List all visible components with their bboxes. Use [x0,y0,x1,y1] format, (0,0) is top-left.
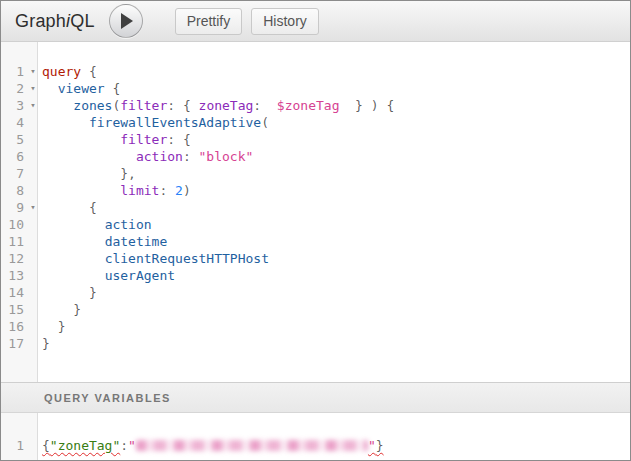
code-line[interactable]: 8 limit: 2) [1,182,630,199]
redacted-value[interactable] [136,440,368,451]
code-text[interactable]: } [39,335,50,352]
code-text[interactable]: clientRequestHTTPHost [39,250,269,267]
token-attr[interactable]: action [136,149,183,164]
code-line[interactable]: 3▾ zones(filter: { zoneTag: $zoneTag } )… [1,97,630,114]
token-p[interactable] [42,251,105,266]
token-p[interactable] [42,217,105,232]
code-text[interactable]: datetime [39,233,167,250]
token-num[interactable]: 2 [175,183,183,198]
line-number: 10 [1,216,27,233]
code-line[interactable]: 5 filter: { [1,131,630,148]
code-text[interactable]: }, [39,165,136,182]
code-text[interactable]: { [39,199,97,216]
code-line[interactable]: 13 userAgent [1,267,630,284]
token-p[interactable]: } [376,438,384,453]
token-prop[interactable]: action [105,217,152,232]
fold-arrow-icon[interactable]: ▾ [27,97,39,114]
execute-query-button[interactable] [109,4,143,38]
token-str[interactable]: "block" [199,149,254,164]
token-var[interactable]: $zoneTag [277,98,340,113]
code-line[interactable]: 10 action [1,216,630,233]
fold-arrow-icon[interactable]: ▾ [27,80,39,97]
token-p[interactable]: } [42,302,81,317]
code-text[interactable]: } [39,301,81,318]
token-p[interactable] [42,98,73,113]
code-text[interactable]: query { [39,63,97,80]
token-p[interactable] [42,234,105,249]
toolbar: GraphiQL Prettify History [1,1,630,42]
token-p[interactable]: { [42,200,97,215]
token-p[interactable]: ) [183,183,191,198]
code-line[interactable]: 15 } [1,301,630,318]
token-p[interactable]: } ) { [339,98,394,113]
token-p[interactable]: } [42,285,97,300]
code-text[interactable]: zones(filter: { zoneTag: $zoneTag } ) { [39,97,394,114]
code-line[interactable]: 6 action: "block" [1,148,630,165]
token-p[interactable] [42,132,120,147]
token-key[interactable]: "zoneTag" [50,438,120,453]
token-prop[interactable]: firewallEventsAdaptive [89,115,261,130]
token-p[interactable]: { [42,438,50,453]
query-editor[interactable]: 1▾query {2▾ viewer {3▾ zones(filter: { z… [1,42,630,382]
code-text[interactable]: userAgent [39,267,175,284]
line-number: 6 [1,148,27,165]
prettify-button[interactable]: Prettify [175,8,243,35]
code-line[interactable]: 11 datetime [1,233,630,250]
token-prop[interactable]: viewer [58,81,105,96]
line-number: 8 [1,182,27,199]
token-p[interactable] [42,81,58,96]
token-p[interactable]: : [120,438,128,453]
code-line[interactable]: 9▾ { [1,199,630,216]
code-text[interactable]: firewallEventsAdaptive( [39,114,269,131]
token-attr[interactable]: zoneTag [199,98,254,113]
code-line[interactable]: 16 } [1,318,630,335]
code-line[interactable]: 14 } [1,284,630,301]
code-line[interactable]: 4 firewallEventsAdaptive( [1,114,630,131]
variables-editor[interactable]: 1{"zoneTag":""} [1,413,630,460]
code-line[interactable]: 7 }, [1,165,630,182]
token-str[interactable]: " [368,438,376,453]
code-text[interactable]: viewer { [39,80,120,97]
line-number: 13 [1,267,27,284]
token-p[interactable]: } [42,336,50,351]
code-line[interactable]: 1▾query { [1,63,630,80]
query-variables-title-bar[interactable]: QUERY VARIABLES [1,382,630,413]
token-prop[interactable]: userAgent [105,268,175,283]
token-p[interactable]: : [159,183,175,198]
token-p[interactable] [42,183,120,198]
code-line[interactable]: 1{"zoneTag":""} [1,437,630,454]
code-text[interactable]: limit: 2) [39,182,191,199]
fold-arrow-icon[interactable]: ▾ [27,199,39,216]
code-text[interactable]: filter: { [39,131,191,148]
token-p[interactable]: }, [42,166,136,181]
code-line[interactable]: 12 clientRequestHTTPHost [1,250,630,267]
code-text[interactable]: } [39,284,97,301]
token-p[interactable]: : [253,98,276,113]
token-attr[interactable]: filter [120,98,167,113]
token-p[interactable]: ( [261,115,269,130]
token-attr[interactable]: limit [120,183,159,198]
token-p[interactable]: : { [167,132,190,147]
token-prop[interactable]: clientRequestHTTPHost [105,251,269,266]
token-p[interactable]: { [81,64,97,79]
code-line[interactable]: 17} [1,335,630,352]
code-text[interactable]: action: "block" [39,148,253,165]
code-text[interactable]: {"zoneTag":""} [39,437,384,454]
code-text[interactable]: } [39,318,65,335]
token-prop[interactable]: zones [73,98,112,113]
token-p[interactable] [42,268,105,283]
token-attr[interactable]: filter [120,132,167,147]
token-kw[interactable]: query [42,64,81,79]
token-p[interactable]: : { [167,98,198,113]
token-p[interactable]: : [183,149,199,164]
code-line[interactable]: 2▾ viewer { [1,80,630,97]
fold-arrow-icon[interactable]: ▾ [27,63,39,80]
token-p[interactable] [42,115,89,130]
code-text[interactable]: action [39,216,152,233]
token-p[interactable] [42,149,136,164]
history-button[interactable]: History [251,8,319,35]
token-p[interactable]: { [105,81,121,96]
token-prop[interactable]: datetime [105,234,168,249]
token-p[interactable]: } [42,319,65,334]
token-str[interactable]: " [128,438,136,453]
